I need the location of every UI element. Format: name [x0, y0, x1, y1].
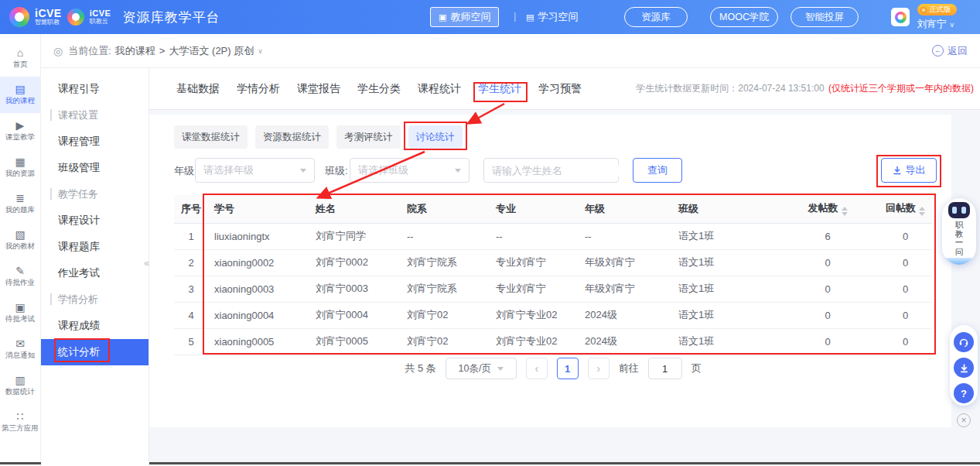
sidebar-collapse-icon[interactable]: «: [144, 257, 149, 269]
breadcrumb-separator: >: [159, 45, 166, 57]
tab-learning-analysis[interactable]: 学情分析: [237, 82, 280, 96]
sidebar-item-home[interactable]: ⌂ 首页: [0, 40, 40, 77]
sidebar-item-label: 数据统计: [5, 387, 35, 397]
col-replies-sortable[interactable]: 回帖数: [879, 195, 932, 223]
next-page-button[interactable]: ›: [588, 358, 610, 379]
customer-service-button[interactable]: [954, 332, 974, 352]
menu-item-course-question-bank[interactable]: 课程题库: [41, 234, 149, 260]
grade-select[interactable]: 请选择年级: [195, 158, 315, 183]
col-posts-sortable[interactable]: 发帖数: [777, 195, 879, 223]
subtab-classroom-data-stats[interactable]: 课堂数据统计: [174, 125, 248, 149]
robot-icon: [948, 202, 970, 218]
cell-student-id: xiaoning0005: [208, 328, 309, 355]
chevron-down-icon: ∨: [950, 21, 955, 29]
cell-name: 刘宵宁0002: [309, 249, 401, 276]
breadcrumb-course-root[interactable]: 我的课程: [115, 44, 155, 58]
tab-student-classification[interactable]: 学生分类: [357, 82, 401, 96]
subtab-resource-data-stats[interactable]: 资源数据统计: [255, 125, 329, 149]
nav-teacher-space[interactable]: ▣ 教师空间: [430, 7, 499, 27]
resources-icon: ▦: [15, 156, 25, 167]
breadcrumb-course-name[interactable]: 大学语文 (2P) 原创: [169, 44, 254, 58]
sidebar-item-classroom-teaching[interactable]: ▶ 课堂教学: [0, 113, 40, 149]
menu-section-course-settings: 课程设置: [50, 102, 149, 128]
cell-grade: 年级刘宵宁: [579, 249, 672, 276]
sidebar-item-label: 课堂教学: [5, 132, 35, 142]
cell-grade: 年级刘宵宁: [579, 276, 672, 302]
tab-student-statistics[interactable]: 学生统计: [478, 82, 521, 96]
col-index: 序号: [174, 195, 208, 223]
pagination-total: 共 5 条: [405, 361, 435, 375]
col-student-id: 学号: [208, 195, 309, 223]
col-department: 院系: [401, 195, 490, 223]
menu-item-statistical-analysis[interactable]: 统计分析: [41, 339, 149, 365]
search-button[interactable]: 查询: [633, 158, 682, 183]
icon-sidebar: ⌂ 首页 ▤ 我的课程 ▶ 课堂教学 ▦ 我的资源 ≣ 我的题库 ▧ 我的教材 …: [0, 34, 41, 466]
class-select[interactable]: 请选择班级: [350, 158, 470, 183]
sidebar-item-third-party-apps[interactable]: ∷ 第三方应用: [0, 404, 40, 440]
sidebar-item-label: 待批考试: [5, 314, 35, 324]
page-1-button[interactable]: 1: [557, 358, 579, 379]
breadcrumb-label: 当前位置:: [68, 44, 111, 58]
question-mark-icon: ?: [961, 388, 967, 399]
help-button[interactable]: ?: [954, 383, 974, 403]
sidebar-item-data-statistics[interactable]: ▥ 数据统计: [0, 368, 40, 404]
goto-page-input[interactable]: [648, 358, 682, 379]
courses-icon: ▤: [15, 84, 25, 94]
cell-posts: 0: [777, 276, 879, 302]
table-row: 4 xiaoning0004 刘宵宁0004 刘宵宁02 刘宵宁专业02 202…: [174, 302, 932, 328]
cell-replies: 0: [879, 302, 932, 328]
tab-learning-warning[interactable]: 学习预警: [538, 82, 582, 96]
cell-posts: 0: [777, 328, 879, 355]
table-row: 2 xiaoning0002 刘宵宁0002 刘宵宁院系 专业刘宵宁 年级刘宵宁…: [174, 249, 932, 276]
menu-item-course-design[interactable]: 课程设计: [41, 207, 149, 234]
cell-name: 刘宵宁0004: [309, 302, 401, 328]
sidebar-item-my-question-bank[interactable]: ≣ 我的题库: [0, 186, 40, 222]
student-name-input[interactable]: [492, 165, 628, 176]
tab-basic-data[interactable]: 基础数据: [176, 82, 220, 96]
menu-item-class-management[interactable]: 班级管理: [41, 155, 149, 181]
cell-major: --: [490, 223, 579, 249]
prev-page-button[interactable]: ‹: [526, 358, 548, 379]
sidebar-item-pending-exams[interactable]: ▣ 待批考试: [0, 295, 40, 331]
username-label: 刘宵宁: [917, 18, 947, 31]
cell-department: 刘宵宁02: [401, 328, 490, 355]
sidebar-item-my-courses[interactable]: ▤ 我的课程: [0, 77, 40, 113]
menu-item-homework-exams[interactable]: 作业考试: [41, 260, 149, 286]
sidebar-item-my-resources[interactable]: ▦ 我的资源: [0, 149, 40, 186]
sidebar-item-pending-homework[interactable]: ✎ 待批作业: [0, 259, 40, 295]
download-icon: [893, 166, 902, 175]
cell-name: 刘宵宁0005: [309, 328, 401, 355]
mooc-college-button[interactable]: MOOC学院: [710, 7, 778, 27]
sort-asc-icon: [919, 207, 925, 211]
cell-class: 语文1班: [672, 223, 777, 249]
subtab-assessment-stats[interactable]: 考测评统计: [336, 125, 401, 149]
chevron-down-icon: [455, 169, 461, 173]
tab-classroom-report[interactable]: 课堂报告: [297, 82, 340, 96]
menu-item-course-management[interactable]: 课程管理: [41, 128, 149, 155]
sort-icons[interactable]: [842, 207, 848, 216]
export-button[interactable]: 导出: [881, 158, 937, 183]
subtab-discussion-stats[interactable]: 讨论统计: [408, 125, 463, 149]
download-center-button[interactable]: [954, 358, 974, 378]
zhijiaoyun-brand-sub: 职教云: [90, 19, 111, 25]
zhijiaoyun-brand-text: iCVE: [90, 9, 111, 19]
breadcrumb-chevron-down-icon[interactable]: ∨: [258, 47, 263, 55]
user-menu[interactable]: 刘宵宁 ∨: [917, 18, 954, 31]
sidebar-item-my-textbooks[interactable]: ▧ 我的教材: [0, 222, 40, 259]
resource-library-button[interactable]: 资源库: [624, 7, 688, 27]
tab-course-statistics[interactable]: 课程统计: [418, 82, 461, 96]
ai-assistant-widget[interactable]: 职教一问: [942, 198, 976, 265]
sort-icons[interactable]: [919, 207, 925, 216]
location-pin-icon: ◎: [53, 45, 63, 57]
nav-student-space[interactable]: ▤ 学习空间: [526, 7, 578, 27]
close-widgets-button[interactable]: ×: [957, 413, 971, 427]
menu-item-course-guide[interactable]: 课程引导: [41, 76, 149, 102]
version-badge-label: 正式版: [929, 5, 951, 15]
cell-posts: 0: [777, 302, 879, 328]
smart-cast-button[interactable]: 智能投屏: [790, 7, 859, 27]
menu-item-course-grades[interactable]: 课程成绩: [41, 313, 149, 339]
page-size-select[interactable]: 10条/页: [446, 358, 517, 379]
app-shortcut-icon[interactable]: [891, 8, 910, 26]
sidebar-item-notifications[interactable]: ✉ 消息通知: [0, 331, 40, 368]
back-button[interactable]: ← 返回: [932, 44, 968, 58]
